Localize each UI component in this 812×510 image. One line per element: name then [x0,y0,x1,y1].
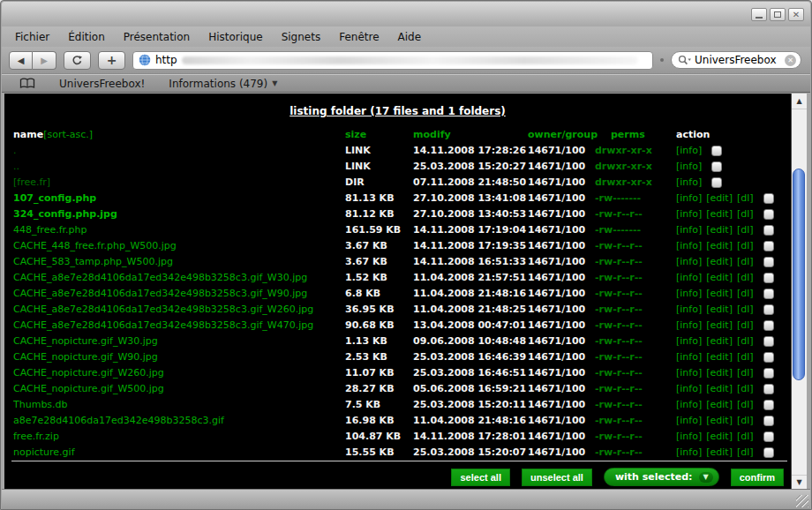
info-action-link[interactable]: [info] [676,302,702,318]
row-checkbox[interactable] [763,257,774,267]
dl-action-link[interactable]: [dl] [737,302,754,318]
file-name-link[interactable]: CACHE_a8e7e28d4106da17ed342e498b3258c3.g… [13,270,345,286]
search-input-value[interactable]: UniversFreebox [695,54,782,66]
file-name-link[interactable]: CACHE_a8e7e28d4106da17ed342e498b3258c3.g… [13,286,345,302]
dl-action-link[interactable]: [dl] [737,413,754,429]
edit-action-link[interactable]: [edit] [706,206,733,222]
info-action-link[interactable]: [info] [676,413,702,429]
row-checkbox[interactable] [763,273,774,283]
bookmark-informations-folder[interactable]: Informations (479) ▼ [169,78,277,90]
confirm-button[interactable]: confirm [731,469,784,486]
edit-action-link[interactable]: [edit] [706,365,733,381]
file-name-link[interactable]: nopicture.gif [13,445,345,461]
edit-action-link[interactable]: [edit] [706,286,733,302]
info-action-link[interactable]: [info] [676,191,702,206]
file-name-link[interactable]: a8e7e28d4106da17ed342e498b3258c3.gif [13,413,345,429]
menu-edition[interactable]: Édition [68,31,105,43]
row-checkbox[interactable] [763,336,774,347]
edit-action-link[interactable]: [edit] [706,254,733,270]
dl-action-link[interactable]: [dl] [737,191,754,206]
info-action-link[interactable]: [info] [676,445,702,461]
title-bar[interactable]: ✕ [2,2,810,27]
edit-action-link[interactable]: [edit] [706,222,733,238]
info-action-link[interactable]: [info] [676,429,702,445]
resize-grip[interactable] [796,495,808,507]
menu-aide[interactable]: Aide [398,31,422,43]
back-button[interactable]: ◀ [9,51,33,70]
dl-action-link[interactable]: [dl] [737,254,754,270]
info-action-link[interactable]: [info] [676,286,702,302]
vertical-scrollbar[interactable]: ▲ ▼ [791,94,807,491]
info-action-link[interactable]: [info] [676,238,702,254]
dl-action-link[interactable]: [dl] [737,429,754,445]
edit-action-link[interactable]: [edit] [706,397,733,413]
edit-action-link[interactable]: [edit] [706,318,733,334]
row-checkbox[interactable] [763,431,774,442]
menu-fichier[interactable]: Fichier [15,31,49,43]
row-checkbox[interactable] [763,368,774,379]
file-name-link[interactable]: free.fr.zip [13,429,345,445]
file-name-link[interactable]: 448_free.fr.php [13,222,345,238]
with-selected-dropdown[interactable]: with selected: ▼ [604,468,719,486]
maximize-button[interactable] [770,8,786,21]
row-checkbox[interactable] [763,384,774,394]
row-checkbox[interactable] [763,209,774,220]
row-checkbox[interactable] [763,447,774,458]
scrollbar-thumb[interactable] [793,169,805,380]
edit-action-link[interactable]: [edit] [706,238,733,254]
dl-action-link[interactable]: [dl] [737,206,754,222]
dl-action-link[interactable]: [dl] [737,349,754,365]
info-action-link[interactable]: [info] [676,143,702,159]
info-action-link[interactable]: [info] [676,397,702,413]
unselect-all-button[interactable]: unselect all [522,469,592,486]
info-action-link[interactable]: [info] [676,159,702,175]
field-splitter[interactable] [660,58,664,62]
reload-button[interactable] [64,51,91,70]
minimize-button[interactable] [751,8,767,21]
sort-indicator[interactable]: [sort-asc.] [43,129,93,140]
search-field[interactable]: UniversFreebox ✕ [671,51,801,69]
dl-action-link[interactable]: [dl] [737,365,754,381]
file-name-link[interactable]: [free.fr] [13,175,345,191]
row-checkbox[interactable] [763,304,774,315]
file-name-link[interactable]: . [13,143,345,159]
info-action-link[interactable]: [info] [676,365,702,381]
row-checkbox[interactable] [711,146,722,156]
info-action-link[interactable]: [info] [676,206,702,222]
file-name-link[interactable]: CACHE_nopicture.gif_W260.jpg [13,365,345,381]
file-name-link[interactable]: CACHE_a8e7e28d4106da17ed342e498b3258c3.g… [13,302,345,318]
row-checkbox[interactable] [763,320,774,331]
edit-action-link[interactable]: [edit] [706,413,733,429]
dl-action-link[interactable]: [dl] [737,445,754,461]
row-checkbox[interactable] [763,193,774,204]
file-name-link[interactable]: .. [13,159,345,175]
edit-action-link[interactable]: [edit] [706,191,733,206]
menu-historique[interactable]: Historique [208,31,263,43]
edit-action-link[interactable]: [edit] [706,429,733,445]
edit-action-link[interactable]: [edit] [706,381,733,397]
bookmark-universfreebox[interactable]: UniversFreebox! [59,78,145,90]
file-name-link[interactable]: CACHE_nopicture.gif_W500.jpg [13,381,345,397]
menu-signets[interactable]: Signets [282,31,321,43]
dl-action-link[interactable]: [dl] [737,318,754,334]
row-checkbox[interactable] [763,352,774,363]
info-action-link[interactable]: [info] [676,334,702,349]
dl-action-link[interactable]: [dl] [737,270,754,286]
info-action-link[interactable]: [info] [676,318,702,334]
file-name-link[interactable]: CACHE_nopicture.gif_W30.jpg [13,334,345,349]
info-action-link[interactable]: [info] [676,222,702,238]
info-action-link[interactable]: [info] [676,254,702,270]
select-all-button[interactable]: select all [451,469,509,486]
dl-action-link[interactable]: [dl] [737,238,754,254]
address-bar[interactable]: http [132,51,653,70]
row-checkbox[interactable] [763,225,774,236]
dl-action-link[interactable]: [dl] [737,381,754,397]
dl-action-link[interactable]: [dl] [737,222,754,238]
close-button[interactable]: ✕ [788,8,804,21]
edit-action-link[interactable]: [edit] [706,334,733,349]
edit-action-link[interactable]: [edit] [706,445,733,461]
info-action-link[interactable]: [info] [676,381,702,397]
dl-action-link[interactable]: [dl] [737,334,754,349]
dl-action-link[interactable]: [dl] [737,397,754,413]
file-name-link[interactable]: CACHE_nopicture.gif_W90.jpg [13,349,345,365]
